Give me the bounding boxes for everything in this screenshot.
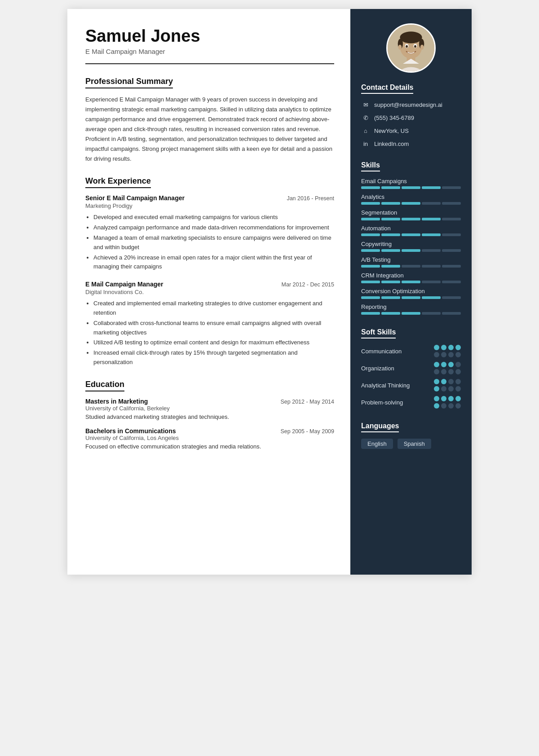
skill-segment [361, 202, 380, 205]
job-date: Jan 2016 - Present [287, 195, 334, 202]
dots-wrap [434, 362, 461, 374]
work-section: Work Experience Senior E Mail Campaign M… [85, 176, 334, 367]
linkedin-icon: in [361, 139, 370, 148]
header-title: E Mail Campaign Manager [85, 48, 334, 55]
bullet-item: Increased email click-through rates by 1… [93, 348, 334, 367]
skill-segment [361, 233, 380, 236]
job-bullets: Created and implemented email marketing … [85, 299, 334, 367]
skill-segment [442, 186, 461, 189]
dots-wrap [434, 345, 461, 357]
edu-school: University of California, Los Angeles [85, 435, 334, 441]
skill-row: CRM Integration [361, 272, 461, 283]
svg-point-9 [406, 45, 408, 48]
summary-section: Professional Summary Experienced E Mail … [85, 77, 334, 164]
skill-dot [441, 379, 446, 384]
skill-segments [361, 218, 461, 220]
education-section: Education Masters in MarketingSep 2012 -… [85, 380, 334, 450]
svg-point-11 [398, 44, 402, 49]
dot-row [434, 403, 461, 409]
skill-dot [434, 345, 439, 350]
contact-title: Contact Details [361, 84, 413, 94]
skill-dot [434, 396, 439, 401]
phone-icon: ✆ [361, 113, 370, 122]
job-bullets: Developed and executed email marketing c… [85, 213, 334, 272]
skill-segment [402, 265, 420, 268]
dots-wrap [434, 379, 461, 391]
skill-label: Copywriting [361, 241, 461, 247]
skill-dot [455, 403, 461, 409]
soft-skill-row: Communication [361, 345, 461, 357]
contact-text: LinkedIn.com [374, 141, 409, 147]
soft-skill-label: Analytical Thinking [361, 382, 434, 389]
skill-segment [442, 202, 461, 205]
edu-date: Sep 2005 - May 2009 [280, 428, 334, 435]
skill-dot [441, 362, 446, 367]
dot-row [434, 386, 461, 391]
edu-entries: Masters in MarketingSep 2012 - May 2014U… [85, 398, 334, 450]
skill-segment [361, 281, 380, 283]
skill-segment [442, 265, 461, 268]
edu-degree: Masters in Marketing [85, 398, 148, 405]
contact-text: (555) 345-6789 [374, 114, 414, 121]
skill-row: Copywriting [361, 241, 461, 252]
skill-dot [448, 352, 454, 357]
languages-title: Languages [361, 422, 399, 432]
skill-segment [381, 281, 400, 283]
home-icon: ⌂ [361, 126, 370, 135]
bullet-item: Collaborated with cross-functional teams… [93, 319, 334, 338]
edu-date: Sep 2012 - May 2014 [280, 399, 334, 405]
skills-title: Skills [361, 161, 380, 171]
skill-dot [448, 362, 454, 367]
skill-segment [422, 296, 441, 299]
skill-segments [361, 296, 461, 299]
languages-section: Languages EnglishSpanish [350, 422, 472, 449]
language-badges: EnglishSpanish [361, 439, 461, 449]
job-title: Senior E Mail Campaign Manager [85, 194, 185, 202]
skill-dot [441, 352, 446, 357]
skill-dot [441, 396, 446, 401]
skill-segment [381, 296, 400, 299]
skill-dot [441, 403, 446, 409]
skill-segment [422, 186, 441, 189]
skill-dot [434, 369, 439, 374]
skill-segments [361, 186, 461, 189]
contact-item: ✉support@resumedesign.ai [361, 100, 461, 109]
soft-skill-label: Communication [361, 348, 434, 355]
resume-container: Samuel Jones E Mail Campaign Manager Pro… [67, 9, 472, 575]
job-company: Digital Innovations Co. [85, 289, 334, 295]
header-name: Samuel Jones [85, 27, 334, 46]
skill-segment [442, 249, 461, 252]
soft-skills-title: Soft Skills [361, 328, 396, 338]
skills-section: Skills Email CampaignsAnalyticsSegmentat… [350, 161, 472, 319]
skill-segments [361, 249, 461, 252]
skill-segment [422, 233, 441, 236]
skill-label: Email Campaigns [361, 178, 461, 185]
job-title: E Mail Campaign Manager [85, 281, 163, 288]
contact-text: support@resumedesign.ai [374, 101, 442, 108]
job-date: Mar 2012 - Dec 2015 [282, 281, 334, 288]
skill-label: A/B Testing [361, 256, 461, 263]
contact-item: ✆(555) 345-6789 [361, 113, 461, 122]
contact-item: inLinkedIn.com [361, 139, 461, 148]
skill-segment [381, 233, 400, 236]
skill-dot [448, 379, 454, 384]
skill-dot [448, 403, 454, 409]
skill-segment [422, 218, 441, 220]
skill-bars: Email CampaignsAnalyticsSegmentationAuto… [361, 178, 461, 315]
skill-dot [448, 369, 454, 374]
skill-dot [441, 345, 446, 350]
soft-skill-label: Organization [361, 365, 434, 372]
skill-segment [361, 218, 380, 220]
dot-row [434, 345, 461, 350]
skill-segment [402, 296, 420, 299]
skill-row: Segmentation [361, 209, 461, 220]
left-column: Samuel Jones E Mail Campaign Manager Pro… [67, 9, 350, 575]
skill-segments [361, 312, 461, 315]
skill-segment [361, 265, 380, 268]
svg-point-10 [414, 45, 416, 48]
skill-segment [442, 296, 461, 299]
skill-label: Analytics [361, 193, 461, 200]
dot-row [434, 396, 461, 401]
skill-row: A/B Testing [361, 256, 461, 268]
skill-segment [361, 312, 380, 315]
